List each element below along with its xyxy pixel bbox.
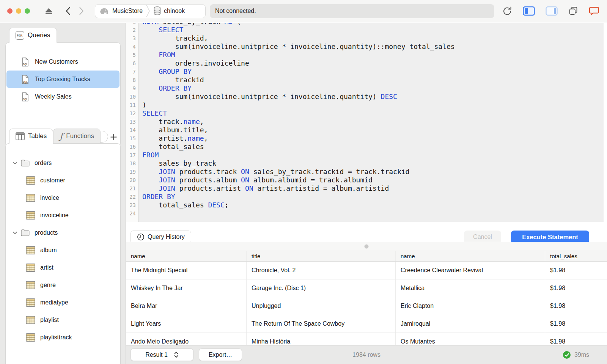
line-number: 19 [126, 168, 136, 176]
table-row[interactable]: Ando Meio DesligadoMinha HistóriaOs Muta… [126, 333, 607, 345]
tree-item-products[interactable]: products [6, 224, 120, 242]
editor-scrollbar[interactable] [604, 23, 607, 222]
column-header[interactable]: title [247, 251, 396, 261]
table-cell[interactable]: $1.98 [545, 315, 607, 333]
code-line[interactable]: track.name, [142, 118, 604, 126]
table-cell[interactable]: Light Years [126, 315, 247, 333]
back-button[interactable] [65, 7, 71, 15]
breadcrumb-server[interactable]: MusicStore [99, 6, 143, 16]
code-line[interactable]: artist.name, [142, 134, 604, 143]
table-row[interactable]: The Midnight SpecialChronicle, Vol. 2Cre… [126, 262, 607, 279]
code-line[interactable]: ) [142, 101, 604, 109]
breadcrumb-database[interactable]: chinook [153, 6, 185, 16]
code-line[interactable]: SELECT [142, 109, 604, 118]
feedback-chat-icon[interactable] [589, 6, 599, 16]
split-divider[interactable] [126, 242, 607, 251]
toolbar: MusicStore chinook Not connected. [0, 0, 607, 22]
zoom-window-button[interactable] [25, 8, 30, 14]
disconnect-eject-icon[interactable] [44, 8, 53, 15]
code-line[interactable]: total_sales DESC; [142, 201, 604, 209]
table-cell[interactable]: Creedence Clearwater Revival [396, 262, 545, 279]
sql-editor[interactable]: 123456789101112131415161718192021222324 … [126, 23, 607, 222]
table-cell[interactable]: Metallica [396, 279, 545, 297]
table-cell[interactable]: Ando Meio Desligado [126, 333, 247, 345]
code-area[interactable]: WITH sales_by_track AS ( SELECT trackid,… [139, 23, 604, 222]
code-line[interactable]: FROM [142, 151, 604, 159]
query-item-top-grossing-tracks[interactable]: SQLTop Grossing Tracks [6, 71, 120, 88]
result-selector[interactable]: Result 1 [131, 348, 193, 361]
table-cell[interactable]: Whiskey In The Jar [126, 279, 247, 297]
table-cell[interactable]: Unplugged [247, 297, 396, 315]
table-cell[interactable]: $1.98 [545, 279, 607, 297]
tree-item-orders[interactable]: orders [6, 154, 120, 172]
table-cell[interactable]: $1.98 [545, 297, 607, 315]
code-line[interactable] [142, 209, 604, 218]
table-cell[interactable]: $1.98 [545, 262, 607, 279]
code-line[interactable]: JOIN products.album ON album.albumid = t… [142, 176, 604, 184]
tree-item-playlist[interactable]: playlist [6, 311, 120, 329]
table-cell[interactable]: The Return Of The Space Cowboy [247, 315, 396, 333]
table-cell[interactable]: Beira Mar [126, 297, 247, 315]
toggle-right-sidebar-icon[interactable] [546, 6, 558, 16]
column-header[interactable]: total_sales [545, 251, 607, 261]
forward-button[interactable] [79, 7, 84, 15]
table-cell[interactable]: Chronicle, Vol. 2 [247, 262, 396, 279]
table-row[interactable]: Light YearsThe Return Of The Space Cowbo… [126, 315, 607, 333]
table-row[interactable]: Whiskey In The JarGarage Inc. (Disc 1)Me… [126, 279, 607, 297]
code-line[interactable]: album.title, [142, 126, 604, 134]
code-line[interactable]: ORDER BY [142, 193, 604, 201]
tree-item-album[interactable]: album [6, 242, 120, 259]
line-number: 6 [126, 59, 136, 67]
tree-item-artist[interactable]: artist [6, 259, 120, 276]
query-item-new-customers[interactable]: SQLNew Customers [6, 53, 120, 71]
chevron-down-icon[interactable] [13, 231, 18, 234]
code-line[interactable]: JOIN products.track ON sales_by_track.tr… [142, 168, 604, 176]
sql-file-icon: SQL [21, 57, 29, 67]
code-line[interactable]: trackid, [142, 34, 604, 42]
tree-item-playlisttrack[interactable]: playlisttrack [6, 329, 120, 346]
add-query-button[interactable] [109, 132, 118, 141]
table-cell[interactable]: Eric Clapton [396, 297, 545, 315]
close-window-button[interactable] [7, 8, 13, 14]
code-line[interactable]: JOIN products.artist ON artist.artistid … [142, 184, 604, 193]
tree-item-genre[interactable]: genre [6, 276, 120, 294]
tree-item-mediatype[interactable]: mediatype [6, 294, 120, 311]
table-cell[interactable]: The Midnight Special [126, 262, 247, 279]
code-line[interactable]: sum(invoiceline.unitprice * invoiceline.… [142, 42, 604, 51]
code-line[interactable]: FROM [142, 51, 604, 59]
minimize-window-button[interactable] [16, 8, 21, 14]
tab-tables[interactable]: Tables [9, 129, 53, 144]
toggle-left-sidebar-icon[interactable] [523, 6, 535, 16]
table-cell[interactable]: Jamiroquai [396, 315, 545, 333]
table-cell[interactable]: Garage Inc. (Disc 1) [247, 279, 396, 297]
table-cell[interactable]: Minha História [247, 333, 396, 345]
tree-item-label: mediatype [40, 299, 68, 306]
tree-item-label: playlist [40, 317, 59, 323]
tree-item-invoice[interactable]: invoice [6, 189, 120, 207]
export-label: Export… [209, 351, 232, 358]
tree-item-invoiceline[interactable]: invoiceline [6, 207, 120, 224]
code-line[interactable]: SELECT [142, 26, 604, 34]
code-line[interactable]: sales_by_track [142, 159, 604, 168]
tab-functions[interactable]: ƒ Functions [53, 129, 101, 144]
tab-queries[interactable]: SQL Queries [9, 28, 57, 43]
reload-icon[interactable] [503, 6, 512, 16]
export-button[interactable]: Export… [199, 348, 242, 361]
query-item-weekly-sales[interactable]: SQLWeekly Sales [6, 88, 120, 105]
table-cell[interactable]: Os Mutantes [396, 333, 545, 345]
column-header[interactable]: name [126, 251, 247, 261]
chevron-down-icon[interactable] [13, 162, 18, 165]
table-row[interactable]: Beira MarUnpluggedEric Clapton$1.98 [126, 297, 607, 315]
drag-handle[interactable] [365, 245, 369, 249]
code-line[interactable]: trackid [142, 76, 604, 84]
column-header[interactable]: name [396, 251, 545, 261]
tree-item-customer[interactable]: customer [6, 172, 120, 189]
table-cell[interactable]: $1.98 [545, 333, 607, 345]
code-line[interactable]: sum(invoiceline.unitprice * invoiceline.… [142, 93, 604, 101]
code-line[interactable]: total_sales [142, 143, 604, 151]
windows-icon[interactable] [568, 6, 578, 16]
code-line[interactable]: orders.invoiceline [142, 59, 604, 67]
code-line[interactable]: ORDER BY [142, 84, 604, 93]
code-line[interactable]: WITH sales_by_track AS ( [142, 23, 604, 26]
code-line[interactable]: GROUP BY [142, 67, 604, 76]
